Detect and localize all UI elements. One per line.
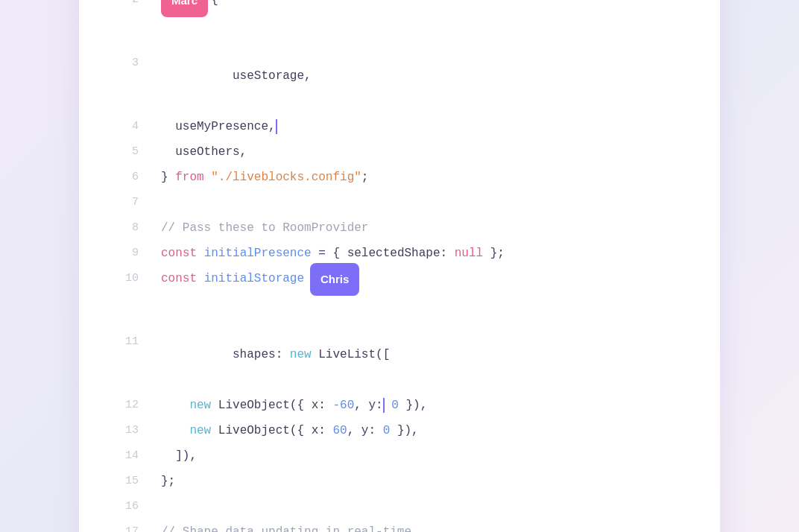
code-content: 1 import { LiveList, LiveObject } from "… [79, 0, 720, 532]
code-line-4: 4 useMyPresence, [109, 114, 690, 139]
code-line-3: 3 Marc useStorage, [109, 13, 690, 114]
code-window: 1 import { LiveList, LiveObject } from "… [79, 0, 720, 532]
code-line-13: 13 new LiveObject({ x: 60, y: 0 }), [109, 418, 690, 443]
code-line-15: 15 }; [109, 469, 690, 494]
user-tag-marc: Marc [161, 0, 208, 17]
code-line-11: 11 Chris shapes: new LiveList([ [109, 291, 690, 393]
code-line-12: 12 new LiveObject({ x: -60, y: 0 }), [109, 393, 690, 418]
marc-cursor [276, 119, 277, 134]
code-line-16: 16 [109, 494, 690, 519]
user-tag-chris: Chris [310, 263, 359, 296]
code-line-7: 7 [109, 190, 690, 215]
code-line-9: 9 const initialPresence = { selectedShap… [109, 241, 690, 266]
code-line-5: 5 useOthers, [109, 139, 690, 165]
code-line-8: 8 // Pass these to RoomProvider [109, 215, 690, 241]
code-line-14: 14 ]), [109, 443, 690, 469]
code-line-6: 6 } from "./liveblocks.config"; [109, 165, 690, 190]
code-line-10: 10 const initialStorage = { [109, 266, 690, 291]
code-line-17: 17 // Shape data updating in real-time [109, 519, 690, 532]
